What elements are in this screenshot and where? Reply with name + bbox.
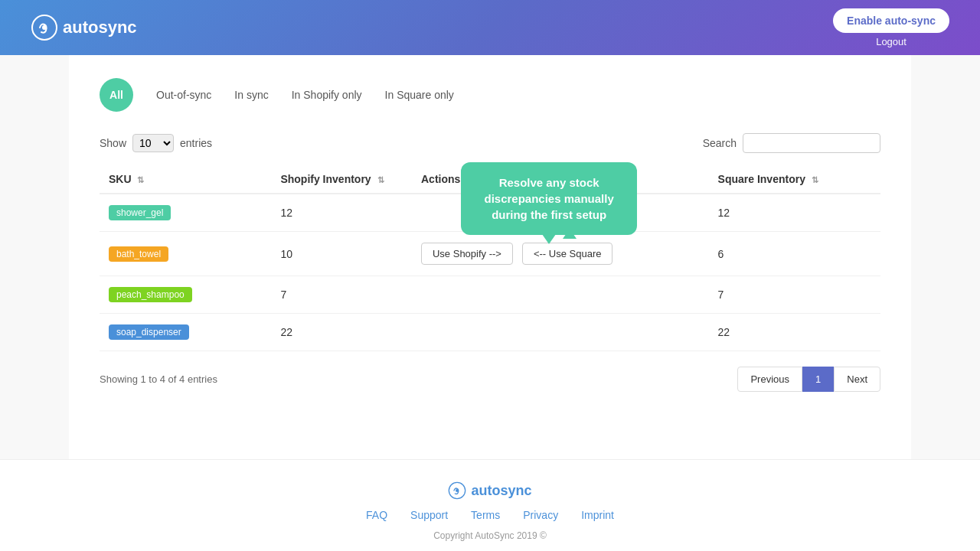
footer: autosync FAQ Support Terms Privacy Impri…: [0, 459, 980, 551]
square-qty: 7: [709, 276, 880, 314]
use-square-button[interactable]: <-- Use Square: [522, 243, 613, 265]
shopify-qty: 12: [271, 194, 412, 232]
square-qty: 6: [709, 232, 880, 276]
actions-cell: Use Shopify --><-- Use SquareResolve any…: [412, 232, 709, 276]
footer-terms[interactable]: Terms: [471, 509, 500, 521]
footer-imprint[interactable]: Imprint: [581, 509, 614, 521]
showing-text: Showing 1 to 4 of 4 entries: [100, 373, 217, 385]
svg-point-3: [456, 489, 459, 492]
entries-select[interactable]: 10 25 50 100: [132, 134, 174, 152]
search-box: Search: [703, 133, 880, 153]
tab-in-shopify-only[interactable]: In Shopify only: [292, 89, 362, 101]
search-input[interactable]: [743, 133, 880, 153]
square-qty: 22: [709, 314, 880, 351]
table-row: bath_towel10Use Shopify --><-- Use Squar…: [100, 232, 880, 276]
footer-logo-text: autosync: [471, 483, 531, 499]
sort-icon-shopify: ⇅: [377, 175, 384, 185]
enable-autosync-button[interactable]: Enable auto-sync: [833, 8, 949, 33]
logo: autosync: [31, 14, 137, 41]
footer-copyright: Copyright AutoSync 2019 ©: [433, 530, 547, 541]
sku-badge: soap_dispenser: [109, 324, 189, 340]
sort-icon-square: ⇅: [812, 175, 818, 185]
data-table: SKU ⇅ Shopify Inventory ⇅ Actions ⇅ Squa…: [100, 165, 880, 351]
square-qty: 12: [709, 194, 880, 232]
table-row: peach_shampoo77: [100, 276, 880, 314]
table-controls: Show 10 25 50 100 entries Search: [100, 133, 880, 153]
tab-out-of-sync[interactable]: Out-of-sync: [156, 89, 211, 101]
sku-badge: bath_towel: [109, 246, 168, 262]
shopify-qty: 22: [271, 314, 412, 351]
col-header-square: Square Inventory ⇅: [709, 165, 880, 194]
footer-links: FAQ Support Terms Privacy Imprint: [366, 509, 614, 521]
shopify-qty: 10: [271, 232, 412, 276]
page-1-button[interactable]: 1: [802, 367, 834, 392]
pagination: Previous 1 Next: [737, 367, 880, 392]
svg-point-1: [42, 25, 47, 30]
main-content: All Out-of-sync In sync In Shopify only …: [69, 55, 911, 459]
use-shopify-button[interactable]: Use Shopify -->: [421, 243, 513, 265]
col-header-sku: SKU ⇅: [100, 165, 271, 194]
search-label: Search: [703, 137, 737, 149]
sku-badge: peach_shampoo: [109, 287, 192, 302]
footer-logo-icon: [448, 481, 466, 500]
header: autosync Enable auto-sync Logout: [0, 0, 980, 55]
footer-faq[interactable]: FAQ: [366, 509, 387, 521]
entries-label: entries: [180, 137, 212, 149]
tooltip-arrow: [542, 234, 556, 244]
table-row: soap_dispenser2222: [100, 314, 880, 351]
tooltip-bubble: Resolve any stock discrepancies manually…: [461, 162, 637, 235]
tab-in-sync[interactable]: In sync: [234, 89, 268, 101]
footer-logo: autosync: [448, 481, 531, 500]
sku-badge: shower_gel: [109, 205, 171, 220]
next-button[interactable]: Next: [834, 367, 880, 392]
actions-cell: [412, 314, 709, 351]
footer-privacy[interactable]: Privacy: [523, 509, 558, 521]
show-label: Show: [100, 137, 126, 149]
table-footer: Showing 1 to 4 of 4 entries Previous 1 N…: [100, 367, 880, 392]
previous-button[interactable]: Previous: [737, 367, 802, 392]
logout-link[interactable]: Logout: [876, 36, 906, 47]
footer-support[interactable]: Support: [410, 509, 448, 521]
tab-in-square-only[interactable]: In Square only: [385, 89, 454, 101]
col-header-shopify: Shopify Inventory ⇅: [271, 165, 412, 194]
tab-all[interactable]: All: [100, 78, 133, 112]
filter-tabs: All Out-of-sync In sync In Shopify only …: [100, 78, 880, 112]
actions-cell: [412, 276, 709, 314]
logo-text: autosync: [63, 18, 137, 37]
show-entries: Show 10 25 50 100 entries: [100, 134, 212, 152]
logo-icon: [31, 14, 58, 41]
sort-icon-sku: ⇅: [137, 175, 144, 185]
header-right: Enable auto-sync Logout: [833, 8, 949, 47]
shopify-qty: 7: [271, 276, 412, 314]
